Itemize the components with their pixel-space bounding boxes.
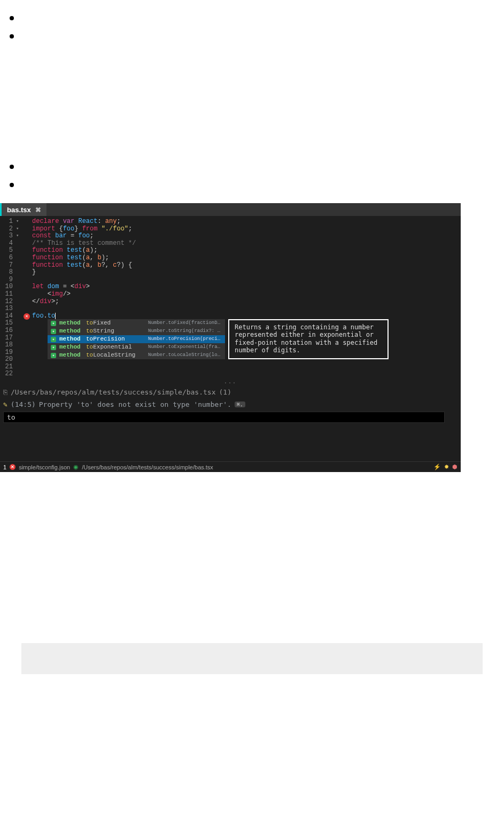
completion-name: toExponential [86, 344, 145, 351]
star-icon[interactable]: ✸ [444, 463, 449, 470]
intellisense-item[interactable]: ✦methodtoLocaleStringNumber.toLocaleStri… [48, 351, 225, 359]
bullet-icon [10, 183, 14, 187]
code-area[interactable]: 12345678910111213141516171819202122 ▾▾▾ … [0, 216, 461, 380]
code-editor: bas.tsx ✖ 123456789101112131415161718192… [0, 203, 461, 472]
problem-location: (14:5) [11, 400, 36, 408]
fold-gutter[interactable]: ▾▾▾ [16, 218, 24, 378]
problem-item[interactable]: ✎ (14:5) Property 'to' does not exist on… [3, 400, 458, 408]
lower-blank [0, 472, 504, 643]
status-error-count[interactable]: 1 [3, 464, 6, 470]
close-icon[interactable]: ✖ [35, 206, 41, 214]
completion-name: toString [86, 328, 145, 335]
tab-bas-tsx[interactable]: bas.tsx ✖ [2, 203, 46, 216]
problems-file-path: /Users/bas/repos/alm/tests/success/simpl… [11, 388, 216, 396]
quickfix-icon: ✎ [3, 400, 7, 408]
completion-name: toPrecision [86, 336, 145, 343]
problems-file-header[interactable]: ⎘ /Users/bas/repos/alm/tests/success/sim… [3, 388, 458, 396]
completion-signature: Number.toLocaleString(locales?: string[]… [148, 352, 222, 359]
panel-resize-handle[interactable]: ··· [0, 380, 461, 386]
problems-filter-input[interactable] [3, 412, 445, 423]
problems-count: (1) [219, 388, 231, 396]
line-number-gutter: 12345678910111213141516171819202122 [0, 218, 16, 378]
bullet-icon [10, 165, 14, 169]
status-filepath[interactable]: /Users/bas/repos/alm/tests/success/simpl… [82, 464, 213, 470]
completion-kind: method [59, 328, 83, 335]
intellisense-item[interactable]: ✦methodtoExponentialNumber.toExponential… [48, 343, 225, 351]
error-gutter: ✕ [24, 218, 32, 378]
eye-icon[interactable]: ◉ [73, 463, 79, 470]
gray-band [21, 643, 483, 674]
keyboard-shortcut-badge: ⌘. [235, 401, 245, 407]
intellisense-item[interactable]: ✦methodtoFixedNumber.toFixed(fractionDig… [48, 319, 225, 327]
method-icon: ✦ [51, 321, 56, 326]
page-top-spacer [0, 0, 504, 16]
completion-signature: Number.toExponential(fractionDigits?: nu… [148, 344, 222, 351]
bug-icon[interactable]: ⬢ [452, 463, 458, 470]
code-content[interactable]: declare var React: any;import {foo} from… [32, 218, 461, 378]
upper-bullets [0, 16, 504, 187]
status-bar: 1 ✕ simple/tsconfig.json ◉ /Users/bas/re… [0, 461, 461, 472]
completion-kind: method [59, 320, 83, 327]
method-icon: ✦ [51, 337, 56, 342]
completion-name: toFixed [86, 320, 145, 327]
intellisense-item[interactable]: ✦methodtoPrecisionNumber.toPrecision(pre… [48, 335, 225, 343]
problems-panel: ⎘ /Users/bas/repos/alm/tests/success/sim… [0, 386, 461, 429]
status-config[interactable]: simple/tsconfig.json [19, 464, 70, 470]
completion-signature: Number.toPrecision(precision?: number): … [148, 336, 222, 343]
bolt-icon[interactable]: ⚡ [433, 463, 441, 470]
completion-name: toLocaleString [86, 352, 145, 359]
tab-label: bas.tsx [7, 206, 31, 214]
intellisense-popup[interactable]: ✦methodtoFixedNumber.toFixed(fractionDig… [48, 319, 389, 359]
completion-kind: method [59, 352, 83, 359]
bullet-icon [10, 16, 14, 20]
method-icon: ✦ [51, 345, 56, 350]
completion-signature: Number.toFixed(fractionDigits?: number):… [148, 320, 222, 327]
method-icon: ✦ [51, 353, 56, 358]
completion-kind: method [59, 336, 83, 343]
completion-kind: method [59, 344, 83, 351]
problem-message: Property 'to' does not exist on type 'nu… [39, 400, 231, 408]
completion-signature: Number.toString(radix?: number): string [148, 328, 222, 335]
bullet-icon [10, 34, 14, 38]
method-icon: ✦ [51, 329, 56, 334]
error-icon[interactable]: ✕ [10, 464, 15, 470]
intellisense-doc: Returns a string containing a number rep… [228, 319, 389, 359]
intellisense-item[interactable]: ✦methodtoStringNumber.toString(radix?: n… [48, 327, 225, 335]
tab-bar: bas.tsx ✖ [0, 203, 461, 216]
file-icon: ⎘ [3, 388, 7, 396]
intellisense-list[interactable]: ✦methodtoFixedNumber.toFixed(fractionDig… [48, 319, 225, 359]
